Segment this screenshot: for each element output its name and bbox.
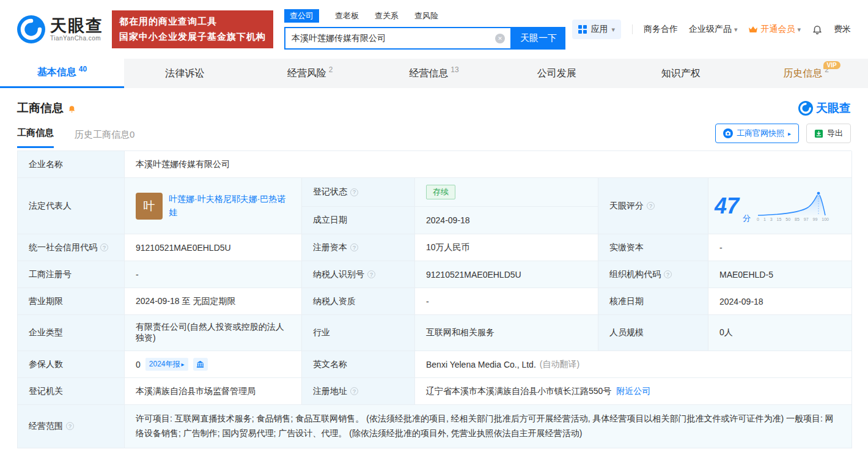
crown-icon bbox=[748, 26, 758, 33]
tianyancha-logo[interactable]: 天眼查 TianYanCha.com bbox=[17, 15, 103, 43]
field-label-staff-size: 人员规模 bbox=[598, 315, 708, 351]
reg-number-value: - bbox=[125, 261, 302, 288]
tab-operation-info[interactable]: 经营信息13 bbox=[372, 59, 496, 88]
help-icon[interactable]: ? bbox=[66, 422, 74, 430]
tab-basic-info[interactable]: 基本信息40 bbox=[0, 59, 124, 88]
registry-value: 本溪满族自治县市场监督管理局 bbox=[125, 378, 302, 405]
table-row-insured-count: 参保人数 0 2024年报 ▸ 英文名称 Benxi Yelena Media … bbox=[18, 351, 851, 378]
score-chart: 0131550859799100 bbox=[757, 190, 829, 221]
menu-cooperation[interactable]: 商务合作 bbox=[644, 24, 678, 35]
score-curve-chart bbox=[757, 190, 829, 217]
business-scope-value: 许可项目: 互联网直播技术服务; 食品销售; 食品互联网销售。 (依法须经批准的… bbox=[125, 405, 852, 448]
snapshot-icon bbox=[723, 128, 733, 138]
field-label-score: 天眼评分 ? bbox=[598, 178, 708, 234]
grid-icon bbox=[578, 25, 587, 34]
help-icon[interactable]: ? bbox=[647, 202, 655, 210]
official-snapshot-button[interactable]: 工商官网快照 ▸ bbox=[715, 124, 799, 143]
field-label-company-name: 企业名称 bbox=[18, 151, 125, 178]
company-type-value: 有限责任公司(自然人投资或控股的法人独资) bbox=[125, 315, 302, 351]
taxpayer-id-value: 91210521MAE0EHLD5U bbox=[415, 261, 598, 288]
org-code-value: MAE0EHLD-5 bbox=[708, 261, 852, 288]
tab-history-info[interactable]: 历史信息2 VIP bbox=[744, 59, 868, 88]
insured-count-value: 0 2024年报 ▸ bbox=[125, 351, 302, 378]
field-label-taxpayer-id: 纳税人识别号 ? bbox=[302, 261, 415, 288]
field-label-reg-number: 工商注册号 bbox=[18, 261, 125, 288]
chevron-down-icon: ▾ bbox=[734, 26, 738, 34]
help-icon[interactable]: ? bbox=[367, 270, 375, 278]
chevron-down-icon: ▾ bbox=[611, 26, 615, 34]
menu-vip[interactable]: 开通会员 ▾ bbox=[748, 24, 801, 35]
tab-intellectual-property[interactable]: 知识产权 bbox=[620, 59, 744, 88]
search-tab-risk[interactable]: 查风险 bbox=[414, 10, 438, 21]
legal-rep-link[interactable]: 叶莲娜·叶夫格尼耶夫娜·巴热诺娃 bbox=[169, 193, 290, 219]
field-label-reg-status: 登记状态 ? bbox=[302, 178, 415, 207]
nearby-companies-link[interactable]: 附近公司 bbox=[616, 386, 650, 397]
table-row-business-term: 营业期限 2024-09-18 至 无固定期限 纳税人资质 - 核准日期 202… bbox=[18, 288, 851, 315]
search-tab-company[interactable]: 查公司 bbox=[284, 9, 319, 23]
help-icon[interactable]: ? bbox=[350, 387, 358, 395]
table-row-registry: 登记机关 本溪满族自治县市场监督管理局 注册地址 ? 辽宁省本溪市本溪满族自治县… bbox=[18, 378, 851, 405]
chevron-down-icon: ▾ bbox=[797, 26, 801, 34]
tab-operation-risk[interactable]: 经营风险2 bbox=[248, 59, 372, 88]
arrow-right-icon: ▸ bbox=[788, 130, 791, 137]
field-label-establish-date: 成立日期 bbox=[302, 207, 415, 234]
field-label-insured-count: 参保人数 bbox=[18, 351, 125, 378]
approval-date-value: 2024-09-18 bbox=[708, 288, 852, 315]
table-row-credit-code: 统一社会信用代码 ? 91210521MAE0EHLD5U 注册资本 ? 10万… bbox=[18, 234, 851, 261]
tianyancha-logo-icon bbox=[798, 101, 813, 116]
table-row-company-type: 企业类型 有限责任公司(自然人投资或控股的法人独资) 行业 互联网和相关服务 人… bbox=[18, 315, 851, 351]
menu-user[interactable]: 费米 bbox=[834, 24, 851, 35]
field-label-registry: 登记机关 bbox=[18, 378, 125, 405]
field-label-company-type: 企业类型 bbox=[18, 315, 125, 351]
business-info-table: 企业名称 本溪叶莲娜传媒有限公司 法定代表人 叶 叶莲娜·叶夫格尼耶夫娜·巴热诺… bbox=[17, 150, 851, 448]
menu-divider bbox=[632, 24, 633, 34]
help-icon[interactable]: ? bbox=[664, 270, 672, 278]
score-unit: 分 bbox=[743, 213, 751, 224]
clear-icon[interactable]: ✕ bbox=[495, 34, 505, 43]
brand-name: 天眼查 bbox=[50, 17, 103, 35]
help-icon[interactable]: ? bbox=[100, 243, 108, 251]
table-row-business-scope: 经营范围 ? 许可项目: 互联网直播技术服务; 食品销售; 食品互联网销售。 (… bbox=[18, 405, 851, 448]
subtab-history-business-info[interactable]: 历史工商信息0 bbox=[75, 129, 134, 148]
status-badge: 存续 bbox=[426, 185, 455, 199]
address-value: 辽宁省本溪市本溪满族自治县小市镇长江路550号 附近公司 bbox=[415, 378, 852, 405]
field-label-industry: 行业 bbox=[302, 315, 415, 351]
section-header: 工商信息 天眼查 bbox=[17, 100, 851, 116]
help-icon[interactable]: ? bbox=[350, 243, 358, 251]
export-icon bbox=[814, 129, 823, 138]
section-brand-logo[interactable]: 天眼查 bbox=[798, 100, 851, 116]
subtab-row: 工商信息 历史工商信息0 工商官网快照 ▸ 导出 bbox=[17, 124, 851, 148]
apps-button[interactable]: 应用 ▾ bbox=[572, 20, 621, 39]
english-name-value: Benxi Yelena Media Co., Ltd. (自动翻译) bbox=[415, 351, 852, 378]
help-icon[interactable]: ? bbox=[350, 188, 358, 196]
promo-line1: 都在用的商业查询工具 bbox=[119, 14, 266, 29]
establish-date-value: 2024-09-18 bbox=[415, 207, 598, 234]
search-input[interactable] bbox=[285, 28, 510, 48]
table-row-legal-rep: 法定代表人 叶 叶莲娜·叶夫格尼耶夫娜·巴热诺娃 登记状态 ? 存续 成立日期 … bbox=[18, 178, 851, 234]
bank-icon bbox=[196, 360, 204, 368]
search-button[interactable]: 天眼一下 bbox=[512, 27, 565, 50]
search-tab-boss[interactable]: 查老板 bbox=[335, 10, 359, 21]
paid-capital-value: - bbox=[708, 234, 852, 261]
annual-report-badge[interactable]: 2024年报 ▸ bbox=[145, 358, 188, 371]
field-label-english-name: 英文名称 bbox=[302, 351, 415, 378]
annual-report-icon[interactable] bbox=[193, 358, 208, 371]
subtab-business-info[interactable]: 工商信息 bbox=[17, 127, 54, 148]
menu-enterprise[interactable]: 企业级产品 ▾ bbox=[689, 24, 738, 35]
reg-capital-value: 10万人民币 bbox=[415, 234, 598, 261]
notification-bell-icon[interactable] bbox=[812, 24, 823, 35]
promo-line2: 国家中小企业发展子基金旗下机构 bbox=[119, 29, 266, 45]
score-axis: 0131550859799100 bbox=[757, 217, 829, 221]
top-header: 天眼查 TianYanCha.com 都在用的商业查询工具 国家中小企业发展子基… bbox=[0, 0, 868, 59]
alert-bell-icon[interactable] bbox=[67, 104, 76, 113]
section-title: 工商信息 bbox=[17, 100, 76, 116]
table-row-company-name: 企业名称 本溪叶莲娜传媒有限公司 bbox=[18, 151, 851, 178]
industry-value: 互联网和相关服务 bbox=[415, 315, 598, 351]
search-tab-relation[interactable]: 查关系 bbox=[375, 10, 399, 21]
tab-company-development[interactable]: 公司发展 bbox=[496, 59, 620, 88]
arrow-right-icon: ▸ bbox=[182, 361, 185, 368]
legal-rep-avatar[interactable]: 叶 bbox=[136, 193, 163, 220]
export-button[interactable]: 导出 bbox=[806, 124, 851, 143]
tianyancha-logo-icon bbox=[17, 15, 45, 43]
tab-legal-litigation[interactable]: 法律诉讼 bbox=[124, 59, 248, 88]
